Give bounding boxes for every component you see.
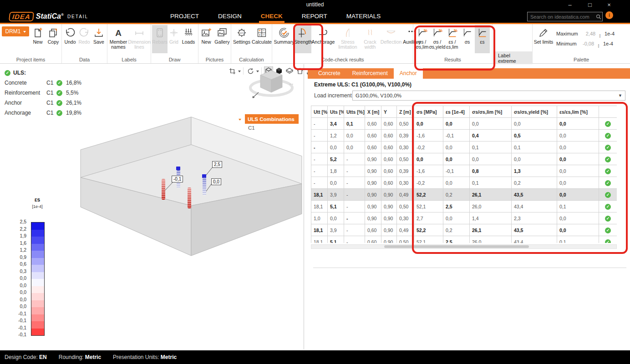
group-caption: Labels	[107, 57, 151, 62]
result-button-label: σs	[465, 40, 470, 45]
load-increment-select[interactable]: G100,0%, V100,0% ▼	[352, 91, 625, 101]
anchor-bar-3[interactable]	[188, 187, 191, 208]
uls-summary-row[interactable]: ConcreteC1✓16,8%	[5, 78, 81, 88]
table-row[interactable]: 18,15,1-0,600,900,5052,12,526,043,40,1✓	[311, 236, 617, 243]
scale-tick-label: 0,3	[8, 268, 28, 275]
menu-tab-report[interactable]: REPORT	[300, 10, 329, 23]
ribbon-group-project-items: DRM1 New Copy Project items	[0, 24, 62, 63]
info-icon[interactable]: i	[605, 11, 613, 19]
window-title: untitled	[0, 1, 630, 8]
gallery-button[interactable]: Gallery	[213, 25, 231, 53]
uls-summary-row[interactable]: ReinforcementC1✓5,5%	[5, 88, 81, 98]
strength-button[interactable]: Strength	[295, 25, 311, 53]
save-button[interactable]: Save	[91, 25, 107, 53]
copy-button[interactable]: Copy	[46, 25, 61, 53]
project-item-selector[interactable]: DRM1	[2, 26, 29, 36]
scale-color-segment	[31, 314, 44, 322]
tab-reinforcement[interactable]: Reinforcement	[346, 68, 394, 79]
scale-color-segment	[31, 265, 44, 272]
table-cell: -	[344, 224, 365, 236]
chevron-down-icon[interactable]	[238, 71, 241, 74]
tab-anchor[interactable]: Anchor	[394, 68, 423, 79]
table-row[interactable]: -1,20,00,600,600,39-1,6-0,10,40,50,0✓	[311, 130, 617, 142]
table-cell: 0,0	[414, 153, 443, 165]
crop-view-button[interactable]	[228, 66, 237, 76]
scrollbar-thumb[interactable]	[384, 245, 529, 248]
new-picture-button[interactable]: New	[199, 25, 213, 53]
table-cell: 0,60	[381, 165, 397, 177]
table-cell: 0,90	[381, 201, 397, 212]
chevron-down-icon[interactable]	[239, 119, 241, 122]
uls-combinations-header[interactable]: ULS Combinations	[245, 114, 299, 124]
table-cell: 0,90	[381, 224, 397, 236]
table-cell: 5,1	[328, 201, 344, 212]
uls-summary-row[interactable]: AnchorC1✓26,1%	[5, 98, 81, 108]
table-row[interactable]: 1,00,0-0,900,900,302,70,01,42,30,0✓	[311, 212, 617, 224]
tab-concrete[interactable]: Concrete	[312, 68, 346, 79]
label-extreme-button[interactable]: Label extreme	[494, 51, 532, 65]
table-cell: 0,50	[397, 236, 414, 243]
menu-tab-check[interactable]: CHECK	[259, 10, 285, 23]
3d-viewport[interactable]: 2,5 -0,1 0,0 ✓ ULS: ConcreteC1✓16,8%Rein…	[0, 64, 304, 349]
result-ss-button[interactable]: σs	[460, 25, 475, 53]
table-cell: 0,1	[557, 201, 599, 212]
calculate-button[interactable]: +−×÷ Calculate	[251, 25, 272, 53]
menu-tab-design[interactable]: DESIGN	[216, 10, 244, 23]
group-caption: Project items	[0, 57, 61, 62]
member-names-button[interactable]: A Member names	[108, 25, 128, 53]
table-row[interactable]: -5,2-0,900,600,500,00,00,00,00,0✓	[311, 153, 617, 165]
minimum-value[interactable]: -0,08	[579, 41, 594, 46]
summary-button[interactable]: Summary	[273, 25, 295, 53]
table-cell: 0,0	[344, 130, 365, 142]
anchor-value-label-zero: 0,0	[211, 178, 221, 185]
result-ss-ssyield-button[interactable]: %σs /σs,yield	[430, 25, 445, 53]
anchorage-button[interactable]: Anchorage	[311, 25, 335, 53]
minimize-button[interactable]: –	[561, 0, 579, 10]
loads-toggle[interactable]: Loads	[180, 25, 197, 53]
status-bar-item: Presentation Units: Metric	[113, 354, 177, 360]
menu-tab-project[interactable]: PROJECT	[168, 10, 201, 23]
uls-summary-row[interactable]: AnchorageC1✓19,8%	[5, 108, 81, 118]
anchor-bar-4[interactable]	[203, 177, 206, 195]
table-cell: 0,30	[397, 142, 414, 153]
result-ss-sslim-button[interactable]: %σs /σs,lim	[415, 25, 430, 53]
table-cell: 0,5	[512, 130, 557, 142]
menu-tab-materials[interactable]: MATERIALS	[345, 10, 383, 23]
set-limits-button[interactable]: Set limits	[533, 25, 554, 53]
maximum-spinner[interactable]: ▲▼	[599, 34, 601, 38]
table-cell: 26,1	[470, 189, 512, 201]
pencil-icon	[538, 26, 549, 40]
table-row[interactable]: -1,8-0,900,600,39-1,6-0,10,81,30,0✓	[311, 165, 617, 177]
new-project-item-button[interactable]: New	[30, 25, 46, 53]
result-es-eslim-button[interactable]: %εs /εs,lim	[445, 25, 460, 53]
table-cell: 18,1	[311, 189, 328, 201]
minimum-spinner[interactable]: ▲▼	[598, 44, 600, 48]
minimum-unit: 1e-4	[603, 41, 613, 46]
anchor-bar-1[interactable]	[162, 179, 165, 200]
table-row[interactable]: 18,13,9-0,600,900,4952,20,226,143,50,0✓	[311, 224, 617, 236]
maximum-value[interactable]: 2,48	[580, 31, 595, 36]
table-row[interactable]: -0,00,00,600,600,30-0,20,00,10,10,0✓	[311, 142, 617, 153]
table-row[interactable]: 18,13,9-0,900,900,4952,20,226,143,50,0✓	[311, 189, 617, 201]
table-cell: 0,0	[470, 153, 512, 165]
undo-button[interactable]: Undo	[63, 25, 77, 53]
table-horizontal-scrollbar[interactable]	[311, 244, 617, 249]
ribbon-group-pictures: New Gallery Pictures	[198, 24, 231, 63]
navigation-cube[interactable]	[245, 64, 300, 104]
restore-button[interactable]: □	[581, 0, 599, 10]
search-box[interactable]	[527, 12, 603, 21]
scale-tick-labels: 2,52,21,91,61,20,90,60,30,00,00,00,00,0-…	[8, 218, 28, 339]
close-button[interactable]: ×	[600, 0, 618, 10]
scale-color-segment	[31, 251, 44, 258]
table-row[interactable]: -0,0-0,900,600,30-0,20,00,10,20,0✓	[311, 177, 617, 189]
table-cell: 0,0	[557, 212, 599, 224]
table-row[interactable]: 18,15,1-0,900,900,5052,12,526,043,40,1✓	[311, 201, 617, 212]
scale-color-segment	[31, 286, 44, 293]
combination-item-c1[interactable]: C1	[248, 125, 255, 131]
search-input[interactable]	[529, 14, 596, 20]
table-cell: 0,60	[365, 142, 381, 153]
result-es-button[interactable]: εs	[475, 25, 490, 53]
table-row[interactable]: -3,40,10,600,600,500,00,00,00,00,0✓	[311, 118, 617, 130]
settings-button[interactable]: </> Settings	[232, 25, 251, 53]
table-cell: 0,90	[365, 201, 381, 212]
